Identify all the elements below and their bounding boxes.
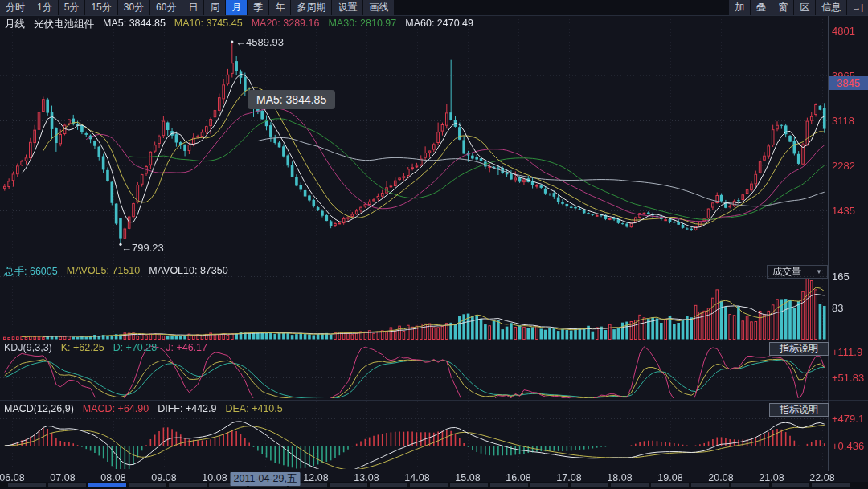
time-axis-selected-date: 2011-04-29,五: [231, 472, 301, 486]
macd-legend-0: MACD(12,26,9): [4, 403, 74, 414]
volume-pane-header: 总手: 66005MAVOL5: 71510MAVOL10: 87350: [4, 265, 228, 279]
high-point-annotation: ←4589.93: [235, 36, 284, 48]
scrollbar-segment-8[interactable]: [330, 483, 367, 487]
scrollbar-segment-13[interactable]: [530, 483, 568, 487]
kdj-legend-3: J: +46.17: [166, 342, 207, 353]
scrollbar-segment-11[interactable]: [450, 483, 488, 487]
scrollbar-segment-4[interactable]: [169, 483, 207, 487]
symbol-name: 光伏电池组件: [34, 18, 94, 31]
scrollbar-segment-17[interactable]: [691, 483, 729, 487]
collapse-panel-icon[interactable]: →|: [847, 0, 868, 15]
time-axis-label-08.08: 08.08: [100, 472, 125, 483]
toolbar-button-年[interactable]: 年: [269, 0, 290, 15]
ma10-legend: MA10: 3745.45: [174, 18, 243, 31]
time-axis-label-22.08: 22.08: [809, 472, 834, 483]
toolbar-spacer: [395, 0, 728, 15]
kdj-legend-2: D: +70.28: [113, 342, 158, 353]
time-axis-label-18.08: 18.08: [607, 472, 632, 483]
ma20-legend: MA20: 3289.16: [252, 18, 320, 31]
scrollbar-segment-10[interactable]: [410, 483, 448, 487]
toolbar-left: 分时1分5分15分30分60分日周月季年多周期设置画线: [0, 0, 394, 15]
time-axis-label-17.08: 17.08: [556, 472, 581, 483]
volume-legend-1: MAVOL5: 71510: [67, 265, 141, 279]
time-axis-label-20.08: 20.08: [708, 472, 733, 483]
macd-axis-label-0: +479.1: [832, 413, 864, 425]
toolbar-button-月[interactable]: 月: [226, 0, 247, 15]
kdj-axis-label-0: +111.9: [832, 346, 862, 358]
time-axis-label-10.08: 10.08: [202, 472, 227, 483]
ma5-legend: MA5: 3844.85: [103, 18, 166, 31]
price-axis-highlight-label: 3845: [829, 76, 868, 90]
scrollbar-segment-19[interactable]: [772, 483, 809, 487]
chart-application: 分时1分5分15分30分60分日周月季年多周期设置画线 加叠窗区信息→| 月线 …: [0, 0, 868, 489]
macd-axis-label-1: +0.436: [832, 440, 864, 452]
time-axis-label-21.08: 21.08: [759, 472, 784, 483]
scrollbar-segment-12[interactable]: [490, 483, 528, 487]
price-axis-label-2282: 2282: [832, 160, 855, 172]
volume-selector-label: 成交量: [772, 266, 801, 278]
time-axis-label-09.08: 09.08: [151, 472, 176, 483]
time-axis-label-07.08: 07.08: [50, 472, 75, 483]
macd-pane-header: MACD(12,26,9)MACD: +64.90DIFF: +442.9DEA…: [4, 403, 283, 414]
toolbar-button-叠[interactable]: 叠: [751, 0, 772, 15]
toolbar-button-信息[interactable]: 信息: [816, 0, 846, 15]
toolbar-button-画线[interactable]: 画线: [363, 0, 394, 15]
toolbar-button-30分[interactable]: 30分: [118, 0, 149, 15]
toolbar-button-周[interactable]: 周: [204, 0, 225, 15]
ma30-legend: MA30: 2810.97: [328, 18, 396, 31]
time-axis-label-12.08: 12.08: [303, 472, 328, 483]
toolbar-button-分时[interactable]: 分时: [0, 0, 31, 15]
scrollbar-segment-1[interactable]: [48, 483, 86, 487]
scrollbar-segment-15[interactable]: [611, 483, 649, 487]
toolbar-button-1分[interactable]: 1分: [31, 0, 58, 15]
macd-indicator-help-button[interactable]: 指标说明: [769, 403, 829, 417]
macd-legend-3: DEA: +410.5: [226, 403, 283, 414]
volume-axis-label-165: 165: [832, 271, 850, 283]
macd-legend-2: DIFF: +442.9: [158, 403, 216, 414]
scrollbar-segment-0[interactable]: [8, 483, 46, 487]
scrollbar-segment-16[interactable]: [651, 483, 689, 487]
time-axis-label-06.08: 06.08: [0, 472, 25, 483]
toolbar-button-日[interactable]: 日: [182, 0, 203, 15]
time-axis-label-15.08: 15.08: [455, 472, 480, 483]
low-point-annotation: ←799.23: [121, 242, 164, 254]
macd-legend-1: MACD: +64.90: [83, 403, 149, 414]
kdj-legend-0: KDJ(9,3,3): [4, 342, 52, 353]
toolbar-button-加[interactable]: 加: [729, 0, 750, 15]
scrollbar-segment-9[interactable]: [370, 483, 407, 487]
toolbar-button-设置[interactable]: 设置: [332, 0, 362, 15]
ma60-legend: MA60: 2470.49: [405, 18, 473, 31]
toolbar-right: 加叠窗区信息→|: [729, 0, 868, 15]
kdj-axis-label-1: +51.83: [832, 372, 864, 384]
toolbar-button-5分[interactable]: 5分: [59, 0, 85, 15]
scrollbar-segment-20[interactable]: [812, 483, 850, 487]
ma-legend: MA5: 3844.85MA10: 3745.45MA20: 3289.16MA…: [103, 18, 473, 31]
volume-legend-2: MAVOL10: 87350: [149, 265, 227, 279]
price-axis-label-4801: 4801: [832, 25, 855, 37]
kdj-pane-header: KDJ(9,3,3)K: +62.25D: +70.28J: +46.17: [4, 342, 207, 353]
price-axis-label-3118: 3118: [832, 115, 854, 127]
toolbar-button-15分[interactable]: 15分: [85, 0, 117, 15]
period-label: 月线: [5, 18, 25, 31]
scrollbar-segment-3[interactable]: [129, 483, 166, 487]
ma5-value-tooltip: MA5: 3844.85: [248, 90, 335, 109]
toolbar-button-窗[interactable]: 窗: [772, 0, 793, 15]
chevron-down-icon: ▼: [816, 266, 822, 278]
toolbar-button-60分[interactable]: 60分: [150, 0, 182, 15]
time-axis-label-19.08: 19.08: [657, 472, 682, 483]
toolbar-button-区[interactable]: 区: [794, 0, 815, 15]
toolbar-button-多周期[interactable]: 多周期: [291, 0, 331, 15]
time-axis-label-14.08: 14.08: [404, 472, 429, 483]
volume-legend-0: 总手: 66005: [4, 265, 58, 279]
time-axis-label-16.08: 16.08: [506, 472, 530, 483]
scrollbar-segment-14[interactable]: [571, 483, 608, 487]
toolbar-button-季[interactable]: 季: [248, 0, 268, 15]
volume-indicator-selector[interactable]: 成交量 ▼: [767, 265, 828, 279]
timeline-scrollbar[interactable]: [0, 482, 868, 489]
kdj-legend-1: K: +62.25: [61, 342, 104, 353]
price-pane-header: 月线 光伏电池组件 MA5: 3844.85MA10: 3745.45MA20:…: [5, 18, 473, 31]
kdj-indicator-help-button[interactable]: 指标说明: [769, 342, 829, 356]
scrollbar-segment-2[interactable]: [88, 483, 126, 487]
scrollbar-segment-18[interactable]: [731, 483, 769, 487]
time-axis-label-13.08: 13.08: [354, 472, 379, 483]
